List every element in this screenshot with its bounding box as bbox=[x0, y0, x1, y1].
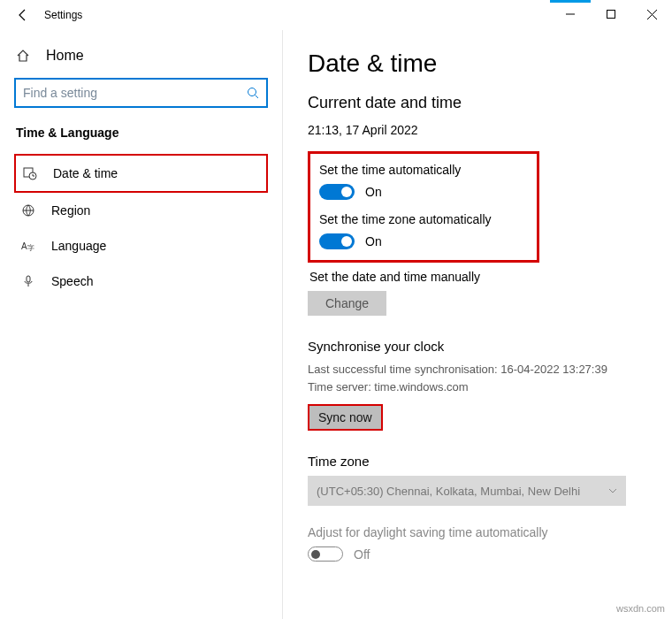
sidebar: Home Time & Language Date & time Region … bbox=[0, 30, 283, 619]
timezone-select: (UTC+05:30) Chennai, Kolkata, Mumbai, Ne… bbox=[308, 476, 626, 506]
close-button[interactable] bbox=[631, 0, 672, 28]
minimize-icon bbox=[566, 10, 575, 19]
maximize-icon bbox=[607, 10, 615, 19]
sidebar-item-label: Language bbox=[51, 239, 106, 253]
language-icon: A字 bbox=[21, 239, 37, 253]
section-heading: Time & Language bbox=[14, 126, 268, 140]
microphone-icon bbox=[21, 274, 37, 288]
sidebar-item-region[interactable]: Region bbox=[14, 193, 268, 228]
sidebar-item-speech[interactable]: Speech bbox=[14, 264, 268, 299]
close-icon bbox=[647, 10, 657, 19]
home-link[interactable]: Home bbox=[14, 42, 268, 78]
dst-toggle bbox=[308, 546, 343, 562]
dst-state: Off bbox=[354, 547, 370, 562]
sidebar-item-date-time[interactable]: Date & time bbox=[14, 154, 268, 193]
chevron-down-icon bbox=[608, 488, 617, 493]
page-title: Date & time bbox=[308, 50, 647, 78]
search-input[interactable] bbox=[23, 86, 247, 100]
sidebar-item-language[interactable]: A字 Language bbox=[14, 228, 268, 264]
manual-datetime-label: Set the date and time manually bbox=[309, 270, 647, 284]
auto-time-state: On bbox=[365, 185, 382, 199]
current-datetime-value: 21:13, 17 April 2022 bbox=[308, 123, 647, 137]
sync-info: Last successful time synchronisation: 16… bbox=[308, 361, 647, 395]
auto-time-label: Set the time automatically bbox=[319, 163, 526, 177]
svg-line-5 bbox=[256, 96, 259, 99]
arrow-left-icon bbox=[16, 8, 30, 22]
home-label: Home bbox=[46, 48, 84, 64]
auto-tz-toggle[interactable] bbox=[319, 233, 355, 249]
svg-text:字: 字 bbox=[27, 244, 34, 252]
change-button: Change bbox=[308, 291, 386, 316]
auto-tz-state: On bbox=[365, 234, 382, 248]
home-icon bbox=[16, 49, 32, 63]
watermark: wsxdn.com bbox=[616, 603, 665, 614]
auto-time-toggle[interactable] bbox=[319, 184, 355, 200]
svg-rect-11 bbox=[27, 276, 30, 282]
globe-icon bbox=[21, 203, 37, 218]
timezone-heading: Time zone bbox=[308, 454, 647, 469]
sync-last-label: Last successful time synchronisation: 16… bbox=[308, 361, 647, 378]
auto-settings-highlight: Set the time automatically On Set the ti… bbox=[308, 151, 539, 263]
sidebar-item-label: Date & time bbox=[53, 166, 118, 180]
minimize-button[interactable] bbox=[550, 0, 591, 28]
timezone-value: (UTC+05:30) Chennai, Kolkata, Mumbai, Ne… bbox=[317, 485, 580, 498]
search-box[interactable] bbox=[14, 78, 268, 108]
maximize-button[interactable] bbox=[591, 0, 631, 28]
sidebar-item-label: Region bbox=[51, 203, 90, 218]
svg-rect-1 bbox=[607, 11, 615, 19]
window-controls bbox=[550, 0, 672, 28]
main-content: Date & time Current date and time 21:13,… bbox=[283, 30, 672, 619]
dst-label: Adjust for daylight saving time automati… bbox=[308, 525, 647, 539]
sidebar-item-label: Speech bbox=[51, 274, 93, 288]
back-button[interactable] bbox=[11, 3, 35, 27]
sync-server-label: Time server: time.windows.com bbox=[308, 378, 647, 396]
search-icon bbox=[247, 87, 259, 99]
auto-tz-label: Set the time zone automatically bbox=[319, 212, 526, 226]
calendar-clock-icon bbox=[23, 166, 39, 180]
svg-point-4 bbox=[248, 88, 256, 96]
window-title: Settings bbox=[44, 9, 82, 21]
sync-heading: Synchronise your clock bbox=[308, 339, 647, 354]
svg-text:A: A bbox=[21, 241, 27, 251]
current-datetime-heading: Current date and time bbox=[308, 94, 647, 112]
sync-now-button[interactable]: Sync now bbox=[308, 404, 383, 431]
